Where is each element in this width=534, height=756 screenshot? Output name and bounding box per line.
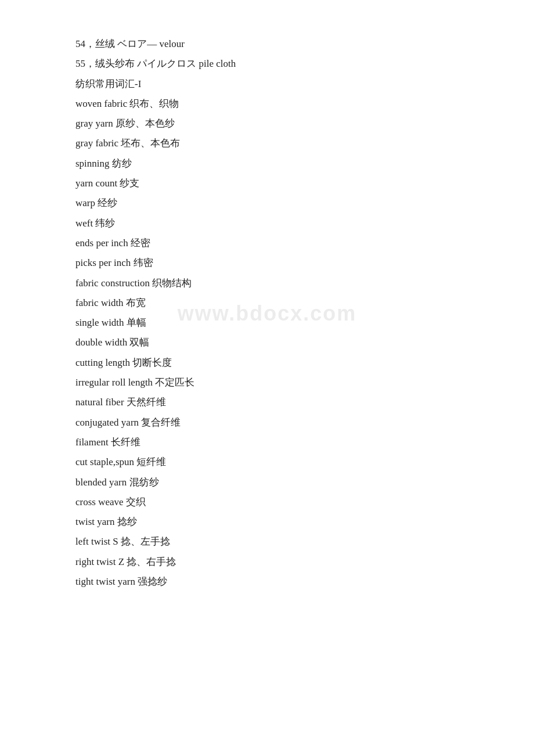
content-line-15: single width 单幅 [75, 314, 488, 332]
content-line-28: tight twist yarn 强捻纱 [75, 573, 488, 591]
content-line-25: twist yarn 捻纱 [75, 513, 488, 531]
content-line-7: spinning 纺纱 [75, 154, 488, 173]
lines-container: 54，丝绒 ベロア― velour55，绒头纱布 パイルクロス pile clo… [75, 35, 488, 591]
content-line-2: 55，绒头纱布 パイルクロス pile cloth [75, 55, 488, 73]
content-line-24: cross weave 交织 [75, 493, 488, 512]
content-line-21: filament 长纤维 [75, 433, 488, 452]
content-line-22: cut staple,spun 短纤维 [75, 453, 488, 471]
content-line-18: irregular roll length 不定匹长 [75, 373, 488, 392]
content-line-17: cutting length 切断长度 [75, 354, 488, 372]
content-line-26: left twist S 捻、左手捻 [75, 532, 488, 551]
content-line-3: 纺织常用词汇-I [75, 75, 488, 93]
content-line-4: woven fabric 织布、织物 [75, 95, 488, 113]
content-line-5: gray yarn 原纱、本色纱 [75, 114, 488, 133]
content-line-20: conjugated yarn 复合纤维 [75, 413, 488, 432]
content-line-12: picks per inch 纬密 [75, 254, 488, 272]
content-line-19: natural fiber 天然纤维 [75, 393, 488, 412]
content-line-27: right twist Z 捻、右手捻 [75, 553, 488, 571]
page-container: www.bdocx.com 54，丝绒 ベロア― velour55，绒头纱布 パ… [0, 0, 534, 627]
content-line-8: yarn count 纱支 [75, 174, 488, 193]
content-line-9: warp 经纱 [75, 194, 488, 213]
content-line-23: blended yarn 混纺纱 [75, 473, 488, 492]
content-line-6: gray fabric 坯布、本色布 [75, 134, 488, 153]
content-line-11: ends per inch 经密 [75, 234, 488, 253]
content-line-10: weft 纬纱 [75, 214, 488, 233]
content-line-16: double width 双幅 [75, 333, 488, 352]
content-line-13: fabric construction 织物结构 [75, 274, 488, 293]
content-line-14: fabric width 布宽 [75, 294, 488, 312]
content-line-1: 54，丝绒 ベロア― velour [75, 35, 488, 53]
